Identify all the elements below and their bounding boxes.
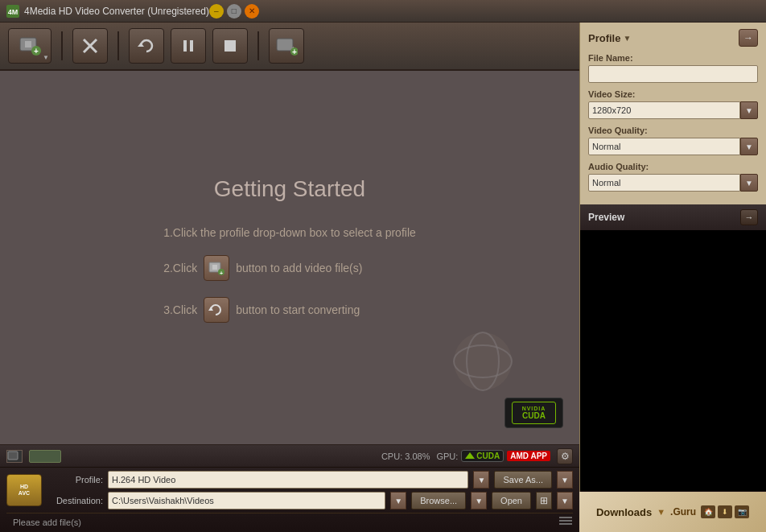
svg-text:+: +	[34, 47, 39, 56]
preview-video-area	[580, 230, 766, 491]
profile-label: Profile:	[47, 475, 103, 485]
downloads-text: Downloads	[596, 506, 652, 518]
step-1: 1.Click the profile drop-down box to sel…	[163, 226, 416, 239]
save-as-button[interactable]: Save As...	[494, 471, 552, 489]
add-video-button[interactable]: + ▼	[8, 28, 51, 64]
convert-icon	[204, 297, 229, 323]
cpu-status: CPU: 3.08%	[381, 452, 430, 461]
progress-bar	[29, 450, 61, 463]
pause-button[interactable]	[171, 28, 206, 64]
cuda-text: CUDA	[522, 411, 546, 420]
audio-quality-select[interactable]: Normal High Low	[588, 174, 740, 192]
titlebar: 4M 4Media HD Video Converter (Unregister…	[0, 0, 766, 23]
add-file-icon: +	[204, 255, 229, 281]
browse-button[interactable]: Browse...	[411, 492, 466, 509]
getting-started-panel: Getting Started 1.Click the profile drop…	[147, 160, 432, 355]
video-quality-select[interactable]: Normal High Low	[588, 138, 740, 155]
stop-button[interactable]	[212, 28, 248, 64]
right-panel: Profile ▼ → File Name: Video Size: 1280x…	[579, 23, 766, 532]
toolbar-separator-1	[61, 31, 63, 60]
svg-marker-8	[138, 43, 144, 47]
video-quality-label: Video Quality:	[588, 126, 758, 135]
content-area: Getting Started 1.Click the profile drop…	[0, 71, 579, 444]
minimize-button[interactable]: –	[209, 4, 224, 19]
step-2-suffix: button to add video file(s)	[236, 262, 362, 274]
toolbar-separator-3	[257, 31, 259, 60]
wm-icon-2: ⬇	[718, 505, 732, 518]
profile-header: Profile ▼ →	[588, 29, 758, 47]
settings-button[interactable]: ⚙	[557, 448, 573, 464]
audio-quality-select-row: Normal High Low ▼	[588, 174, 758, 192]
audio-quality-dropdown-arrow[interactable]: ▼	[740, 174, 758, 192]
svg-rect-12	[277, 39, 293, 51]
preview-header: Preview →	[580, 204, 766, 230]
video-size-select-row: 1280x720 1920x1080 854x480 ▼	[588, 101, 758, 119]
gpu-cuda-text: CUDA	[476, 452, 500, 460]
preview-expand-button[interactable]: →	[740, 209, 758, 225]
video-size-field: Video Size: 1280x720 1920x1080 854x480 ▼	[588, 89, 758, 119]
svg-rect-9	[183, 40, 187, 52]
svg-rect-11	[224, 40, 236, 52]
watermark: Downloads ▼ .Guru 🏠 ⬇ 📷	[579, 492, 766, 532]
profile-section: Profile ▼ → File Name: Video Size: 1280x…	[580, 23, 766, 204]
nvidia-text: NVIDIA	[522, 406, 546, 411]
close-button[interactable]: ✕	[245, 4, 259, 19]
destination-dropdown-button[interactable]: ▼	[390, 492, 406, 509]
step-1-text: 1.Click the profile drop-down box to sel…	[163, 226, 416, 239]
svg-text:+: +	[220, 270, 223, 276]
watermark-icons: 🏠 ⬇ 📷	[701, 505, 749, 518]
app-title: 4Media HD Video Converter (Unregistered)	[24, 6, 209, 17]
profile-input[interactable]	[108, 471, 468, 489]
video-quality-dropdown-arrow[interactable]: ▼	[740, 138, 758, 155]
svg-text:+: +	[292, 47, 297, 56]
video-size-label: Video Size:	[588, 89, 758, 99]
left-panel: + ▼	[0, 23, 579, 532]
watermark-content: Downloads ▼ .Guru 🏠 ⬇ 📷	[596, 505, 749, 518]
maximize-button[interactable]: □	[227, 4, 241, 19]
wm-icon-3: 📷	[735, 505, 749, 518]
toolbar: + ▼	[0, 23, 579, 71]
gpu-label: GPU:	[436, 452, 458, 461]
app-icon: 4M	[6, 5, 19, 18]
add-dropdown-arrow: ▼	[43, 54, 49, 61]
wm-icon-1: 🏠	[701, 505, 715, 518]
destination-input[interactable]	[108, 492, 385, 509]
profile-dropdown-arrow: ▼	[623, 34, 631, 43]
audio-quality-label: Audio Quality:	[588, 162, 758, 171]
svg-rect-24	[8, 452, 18, 460]
file-name-label: File Name:	[588, 53, 758, 63]
save-as-dropdown-button[interactable]: ▼	[557, 471, 573, 489]
watermark-arrow: ▼	[657, 507, 665, 517]
status-bar: CPU: 3.08% GPU: CUDA AMD APP ⚙	[0, 444, 579, 467]
svg-rect-10	[190, 40, 193, 52]
toolbar-separator-2	[117, 31, 119, 60]
video-quality-select-row: Normal High Low ▼	[588, 138, 758, 155]
bottom-bar: HDAVC Profile: ▼ Save As... ▼ Destinatio…	[0, 467, 579, 532]
status-text: Please add file(s)	[6, 516, 88, 529]
file-name-field: File Name:	[588, 53, 758, 89]
step-3: 3.Click button to start converting	[163, 297, 416, 323]
add-output-button[interactable]: +	[269, 28, 304, 64]
video-quality-field: Video Quality: Normal High Low ▼	[588, 126, 758, 155]
browse-dropdown-button[interactable]: ▼	[471, 492, 487, 509]
preview-title: Preview	[588, 212, 624, 223]
list-button[interactable]: ⊞	[536, 492, 552, 509]
step-3-prefix: 3.Click	[163, 303, 197, 316]
step-2: 2.Click + button to add video file(s)	[163, 255, 416, 281]
open-button[interactable]: Open	[492, 492, 531, 509]
profile-title: Profile ▼	[588, 32, 631, 44]
svg-text:4M: 4M	[8, 8, 19, 16]
convert-button[interactable]	[129, 28, 164, 64]
step-3-suffix: button to start converting	[236, 303, 360, 316]
video-size-select[interactable]: 1280x720 1920x1080 854x480	[588, 101, 740, 119]
getting-started-heading: Getting Started	[163, 176, 416, 202]
delete-button[interactable]	[72, 28, 108, 64]
profile-dropdown-button[interactable]: ▼	[473, 471, 489, 489]
profile-next-button[interactable]: →	[739, 29, 758, 47]
file-name-input[interactable]	[588, 65, 758, 83]
step-2-prefix: 2.Click	[163, 262, 197, 274]
video-size-dropdown-arrow[interactable]: ▼	[740, 101, 758, 119]
list-dropdown-button[interactable]: ▼	[557, 492, 573, 509]
destination-label: Destination:	[47, 496, 103, 505]
audio-quality-field: Audio Quality: Normal High Low ▼	[588, 162, 758, 192]
